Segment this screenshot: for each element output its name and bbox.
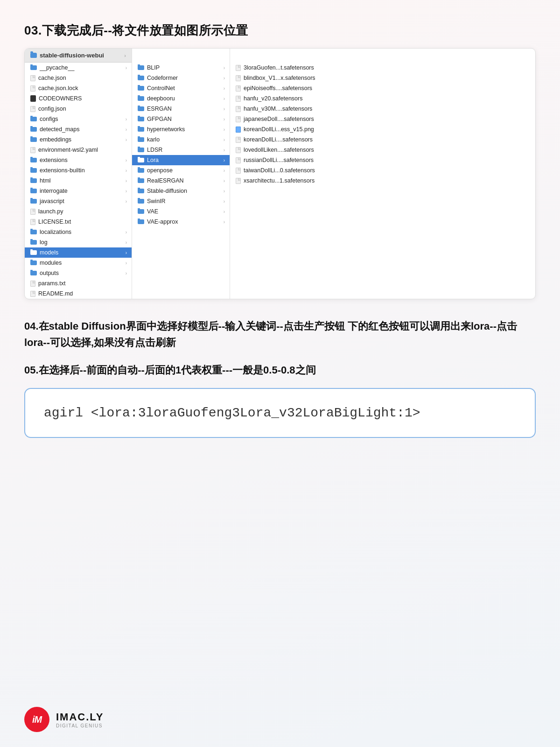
logo-brand: IMAC.LY [56,711,104,723]
pane-item[interactable]: Lora› [132,155,230,165]
pane-item-label: interrogate [40,188,68,194]
logo-circle: iM [24,707,49,732]
pane-item[interactable]: SwinIR› [132,196,230,206]
pane-item[interactable]: embeddings› [25,134,132,145]
pane-item[interactable]: 3loraGuofen...t.safetensors [230,63,337,73]
pane-item[interactable]: javascript› [25,196,132,206]
pane-item[interactable]: deepbooru› [132,93,230,104]
folder-icon [138,106,144,111]
pane-item[interactable]: __pycache__› [25,63,132,73]
pane-item[interactable]: CODEOWNERS [25,93,132,104]
file-icon [30,106,35,112]
pane-item[interactable]: epiNoiseoffs....safetensors [230,83,337,93]
folder-icon [138,96,144,101]
pane-item[interactable]: outputs› [25,268,132,278]
folder-icon [30,137,37,142]
pane-item[interactable]: log› [25,237,132,247]
pane-item[interactable]: ControlNet› [132,83,230,93]
pane-item[interactable]: config.json [25,104,132,114]
pane-item-label: epiNoiseoffs....safetensors [244,85,312,92]
pane-item[interactable]: VAE-approx› [132,217,230,227]
chevron-icon: › [224,76,225,81]
folder-icon [138,209,144,214]
pane-item[interactable]: models› [25,247,132,258]
pane1-header: stable-diffusion-webui › [25,49,132,63]
pane-item-label: openpose [147,167,173,174]
pane-item[interactable]: LICENSE.txt [25,217,132,227]
pane-item[interactable]: README.md [25,289,132,299]
pane-item-label: launch.py [38,208,63,215]
file-icon [30,85,35,92]
pane-item[interactable]: Stable-diffusion› [132,186,230,196]
pane-item[interactable]: VAE› [132,206,230,217]
pane-item-label: config.json [38,106,66,112]
pane-item[interactable]: RealESRGAN› [132,176,230,186]
pane-item[interactable]: launch.py [25,206,132,217]
folder-icon [30,189,37,193]
pane-item[interactable]: russianDollLi....safetensors [230,155,337,165]
pane-item-label: ESRGAN [147,106,172,112]
folder-icon [138,189,144,193]
section03-title: 03.下载完成后--将文件放置如图所示位置 [24,22,536,39]
folder-icon [30,178,37,183]
pane2-items: BLIP›Codeformer›ControlNet›deepbooru›ESR… [132,63,230,227]
pane-item[interactable]: lovedollLiken....safetensors [230,145,337,155]
pane-item[interactable]: blindbox_V1...x.safetensors [230,73,337,83]
pane-item-label: Lora [147,157,159,163]
pane-item[interactable]: localizations› [25,227,132,237]
pane-item-label: VAE-approx [147,218,178,225]
chevron-icon: › [224,219,225,225]
folder-icon [30,240,37,245]
pane-item[interactable]: hanfu_v20.safetensors [230,93,337,104]
folder-icon [138,117,144,121]
pane-item[interactable]: params.txt [25,278,132,289]
section04-text: 04.在stable Diffusion界面中选择好模型后--输入关键词--点击… [24,318,536,351]
file-icon [30,75,35,81]
pane-item[interactable]: koreanDollLi....safetensors [230,134,337,145]
chevron-icon: › [224,148,225,153]
pane-item-label: lovedollLiken....safetensors [244,147,314,153]
pane1-items: __pycache__›cache.jsoncache.json.lockCOD… [25,63,132,299]
folder-icon [30,117,37,121]
pane-item[interactable]: japaneseDoll....safetensors [230,114,337,124]
pane-item-label: BLIP [147,64,160,71]
pane-item[interactable]: karlo› [132,134,230,145]
file-icon [30,281,35,287]
pane-item[interactable]: interrogate› [25,186,132,196]
folder-icon [138,168,144,173]
pane-item[interactable]: detected_maps› [25,124,132,134]
pane-item-label: 3loraGuofen...t.safetensors [244,64,314,71]
file-icon [30,291,35,297]
pane-item-label: russianDollLi....safetensors [244,157,314,163]
logo-text-block: IMAC.LY DIGITAL GENIUS [56,711,104,728]
pane-item[interactable]: configs› [25,114,132,124]
pane-item-label: LICENSE.txt [38,218,71,225]
pane-item[interactable]: openpose› [132,165,230,176]
pane-item[interactable]: ESRGAN› [132,104,230,114]
pane-item-label: hypernetworks [147,126,185,133]
pane-item[interactable]: taiwanDollLi...0.safetensors [230,165,337,176]
pane-item[interactable]: GFPGAN› [132,114,230,124]
pane-item[interactable]: koreanDollLi...ess_v15.png [230,124,337,134]
pane-item[interactable]: Codeformer› [132,73,230,83]
pane-item[interactable]: environment-wsl2.yaml [25,145,132,155]
pane-item[interactable]: cache.json.lock [25,83,132,93]
file-icon [236,85,241,92]
chevron-icon: › [224,86,225,91]
pane-item[interactable]: hanfu_v30M....safetensors [230,104,337,114]
file-icon [236,116,241,122]
pane-item-label: cache.json [38,75,66,81]
pane-item[interactable]: extensions-builtin› [25,165,132,176]
folder-icon [138,137,144,142]
pane-item[interactable]: cache.json [25,73,132,83]
pane-item[interactable]: xsarchitectu...1.safetensors [230,176,337,186]
pane-item[interactable]: hypernetworks› [132,124,230,134]
pane-item[interactable]: extensions› [25,155,132,165]
pane-item[interactable]: html› [25,176,132,186]
pane-item-label: __pycache__ [40,64,74,71]
pane-item[interactable]: LDSR› [132,145,230,155]
code-text: agirl <lora:3loraGuofeng3Lora_v32LoraBig… [44,406,420,420]
pane-item[interactable]: modules› [25,258,132,268]
pane-item[interactable]: BLIP› [132,63,230,73]
chevron-icon: › [126,158,127,163]
